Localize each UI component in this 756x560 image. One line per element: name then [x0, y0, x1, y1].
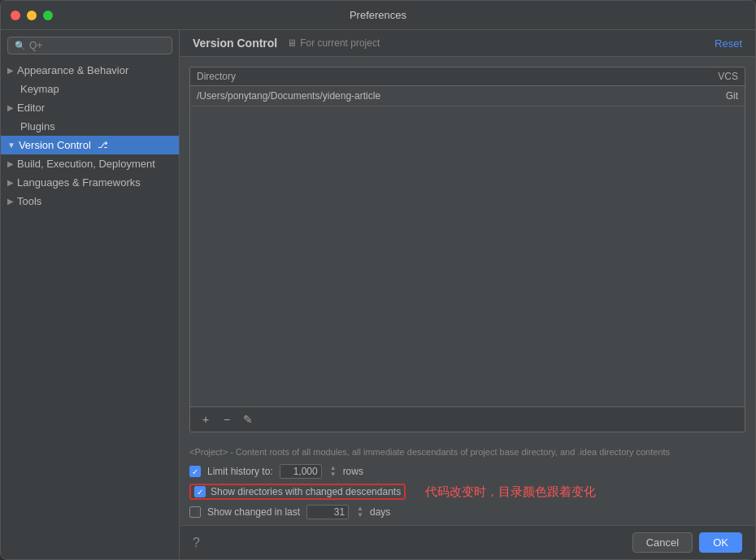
limit-history-spinner: ▲ ▼ — [330, 465, 337, 478]
chevron-down-icon: ▼ — [7, 141, 15, 150]
annotation-text: 代码改变时，目录颜色跟着变化 — [425, 484, 596, 500]
sidebar-item-label: Build, Execution, Deployment — [17, 158, 155, 170]
bottom-area: <Project> - Content roots of all modules… — [180, 442, 755, 525]
option-show-directories: Show directories with changed descendant… — [189, 481, 745, 502]
sidebar-item-languages[interactable]: ▶ Languages & Frameworks — [1, 173, 179, 192]
table-toolbar: + − ✎ — [190, 406, 745, 432]
dialog-title: Preferences — [350, 9, 406, 21]
table-row[interactable]: /Users/ponytang/Documents/yideng-article… — [190, 86, 745, 106]
remove-button[interactable]: − — [218, 410, 236, 428]
column-directory: Directory — [197, 71, 673, 82]
show-directories-checkbox[interactable] — [194, 486, 206, 497]
limit-history-input[interactable] — [280, 464, 322, 479]
limit-history-label: Limit history to: — [207, 466, 273, 477]
spinner-down-icon[interactable]: ▼ — [357, 512, 363, 519]
table-header: Directory VCS — [190, 67, 745, 86]
column-vcs: VCS — [673, 71, 738, 82]
main-header: Version Control 🖥 For current project Re… — [180, 30, 755, 57]
sidebar-item-tools[interactable]: ▶ Tools — [1, 192, 179, 211]
main-content: Version Control 🖥 For current project Re… — [180, 30, 755, 559]
monitor-icon: 🖥 — [287, 37, 297, 49]
preferences-dialog: Preferences 🔍 Q+ ▶ Appearance & Behavior… — [0, 0, 756, 560]
sidebar-item-label: Plugins — [20, 120, 55, 132]
option-show-changed: Show changed in last ▲ ▼ days — [189, 502, 745, 522]
window-controls — [11, 11, 53, 20]
table-spacer — [190, 106, 745, 406]
sidebar-item-label: Version Control — [19, 139, 91, 151]
project-note: <Project> - Content roots of all modules… — [189, 445, 745, 462]
footer-left: ? — [193, 536, 200, 550]
sidebar-item-keymap[interactable]: Keymap — [1, 80, 179, 98]
vcs-branch-icon: ⎇ — [98, 140, 108, 150]
for-current-project: 🖥 For current project — [287, 37, 380, 49]
sidebar-item-label: Keymap — [20, 83, 59, 95]
chevron-right-icon: ▶ — [7, 159, 14, 168]
chevron-right-icon: ▶ — [7, 66, 14, 75]
show-changed-input[interactable] — [306, 505, 349, 519]
show-changed-spinner: ▲ ▼ — [357, 506, 363, 519]
add-button[interactable]: + — [197, 410, 215, 428]
limit-history-checkbox[interactable] — [189, 466, 201, 477]
search-box[interactable]: 🔍 Q+ — [7, 37, 172, 54]
sidebar: 🔍 Q+ ▶ Appearance & Behavior Keymap ▶ Ed… — [1, 30, 180, 559]
sidebar-item-label: Appearance & Behavior — [17, 64, 128, 76]
sidebar-item-build[interactable]: ▶ Build, Execution, Deployment — [1, 154, 179, 173]
main-title: Version Control — [193, 37, 277, 50]
chevron-right-icon: ▶ — [7, 103, 14, 112]
search-input[interactable]: Q+ — [29, 40, 42, 51]
cancel-button[interactable]: Cancel — [632, 532, 693, 553]
help-icon[interactable]: ? — [193, 536, 200, 549]
minimize-button[interactable] — [27, 11, 37, 20]
sidebar-item-label: Editor — [17, 102, 45, 114]
edit-button[interactable]: ✎ — [239, 410, 257, 428]
sidebar-item-label: Tools — [17, 195, 41, 207]
sidebar-item-editor[interactable]: ▶ Editor — [1, 98, 179, 117]
title-bar: Preferences — [1, 1, 755, 30]
cell-directory: /Users/ponytang/Documents/yideng-article — [197, 90, 673, 102]
show-changed-label: Show changed in last — [207, 506, 300, 518]
close-button[interactable] — [11, 11, 20, 20]
dialog-footer: ? Cancel OK — [180, 525, 755, 559]
chevron-right-icon: ▶ — [7, 197, 14, 206]
ok-button[interactable]: OK — [699, 532, 742, 553]
maximize-button[interactable] — [43, 11, 53, 20]
sidebar-item-version-control[interactable]: ▼ Version Control ⎇ — [1, 136, 179, 154]
show-changed-unit: days — [370, 506, 390, 518]
show-directories-highlight: Show directories with changed descendant… — [189, 484, 406, 500]
reset-button[interactable]: Reset — [715, 37, 742, 50]
vcs-table: Directory VCS /Users/ponytang/Documents/… — [189, 67, 745, 432]
sidebar-item-label: Languages & Frameworks — [17, 176, 141, 189]
spinner-down-icon[interactable]: ▼ — [330, 471, 337, 478]
option-limit-history: Limit history to: ▲ ▼ rows — [189, 462, 745, 481]
show-directories-label: Show directories with changed descendant… — [211, 486, 401, 497]
chevron-right-icon: ▶ — [7, 178, 14, 187]
sidebar-item-plugins[interactable]: Plugins — [1, 117, 179, 136]
for-current-project-label: For current project — [300, 37, 380, 49]
dialog-body: 🔍 Q+ ▶ Appearance & Behavior Keymap ▶ Ed… — [1, 30, 755, 559]
sidebar-item-appearance[interactable]: ▶ Appearance & Behavior — [1, 61, 179, 80]
show-changed-checkbox[interactable] — [189, 506, 201, 518]
cell-vcs: Git — [673, 90, 738, 102]
limit-history-unit: rows — [343, 466, 363, 477]
search-icon: 🔍 — [15, 41, 26, 51]
